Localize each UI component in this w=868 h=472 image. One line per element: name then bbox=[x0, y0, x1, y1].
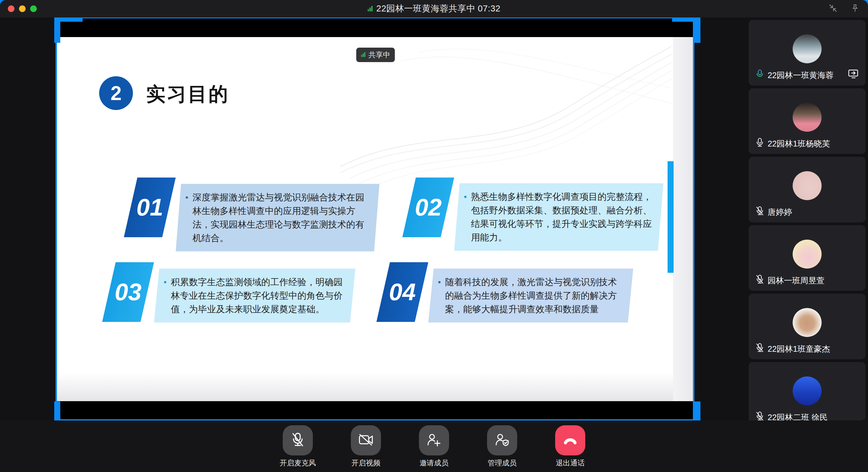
invite-member-button[interactable]: 邀请成员 bbox=[413, 425, 455, 468]
minimize-window-button[interactable] bbox=[19, 5, 26, 12]
signal-bars-icon bbox=[361, 51, 366, 59]
mic-muted-icon bbox=[755, 206, 764, 218]
invite-member-icon bbox=[427, 433, 441, 448]
slide-scrollbar-thumb[interactable] bbox=[668, 161, 674, 273]
mic-off-icon bbox=[291, 432, 305, 449]
shared-screen-region: 2 实习目的 01 • 深度掌握激光雷达与视觉识别融合技术在园林生物多样性调查中… bbox=[56, 18, 694, 420]
participants-sidebar: 22园林一班黄海蓉 22园林1班杨晓芙 唐婷婷 园林一班周昱萱 22园林1班童豪… bbox=[749, 18, 866, 420]
participant-name: 22园林1班杨晓芙 bbox=[768, 138, 830, 149]
participant-tile[interactable]: 22园林二班 徐民 bbox=[749, 362, 866, 420]
presentation-slide: 2 实习目的 01 • 深度掌握激光雷达与视觉识别融合技术在园林生物多样性调查中… bbox=[57, 37, 693, 401]
toolbar-button-label: 管理成员 bbox=[488, 458, 517, 468]
toolbar-button-label: 退出通话 bbox=[556, 458, 585, 468]
mic-muted-icon bbox=[755, 343, 764, 355]
participant-name: 园林一班周昱萱 bbox=[768, 275, 825, 286]
participant-tile[interactable]: 22园林一班黄海蓉 bbox=[749, 20, 866, 86]
mic-active-icon bbox=[755, 69, 764, 82]
participant-tile[interactable]: 唐婷婷 bbox=[749, 157, 866, 222]
sharing-badge-label: 共享中 bbox=[369, 50, 390, 60]
share-corner-handle-top-left bbox=[54, 18, 83, 43]
slide-item-text: 熟悉生物多样性数字化调查项目的完整流程，包括野外数据采集、数据预处理、融合分析、… bbox=[471, 190, 654, 244]
avatar bbox=[793, 376, 822, 405]
mic-on-icon bbox=[755, 137, 764, 150]
slide-scrollbar-track bbox=[673, 37, 693, 401]
hang-up-button[interactable]: 退出通话 bbox=[549, 425, 591, 468]
mic-muted-icon bbox=[755, 411, 764, 420]
participant-tile[interactable]: 22园林1班杨晓芙 bbox=[749, 88, 866, 154]
titlebar: 22园林一班黄海蓉共享中 07:32 bbox=[0, 0, 868, 18]
slide-item-text: 深度掌握激光雷达与视觉识别融合技术在园林生物多样性调查中的应用逻辑与实操方法，实… bbox=[193, 190, 370, 245]
avatar bbox=[793, 240, 822, 269]
slide-title: 实习目的 bbox=[146, 81, 229, 107]
camera-off-button[interactable]: 开启视频 bbox=[345, 425, 387, 468]
call-toolbar: 开启麦克风 开启视频 邀请成员 管理成员 退出通话 bbox=[0, 420, 868, 472]
mic-off-button[interactable]: 开启麦克风 bbox=[277, 425, 319, 468]
slide-item-text-box: • 深度掌握激光雷达与视觉识别融合技术在园林生物多样性调查中的应用逻辑与实操方法… bbox=[176, 184, 379, 251]
avatar bbox=[793, 103, 822, 132]
slide-item-text: 随着科技的发展，激光雷达与视觉识别技术的融合为生物多样性调查提供了新的解决方案，… bbox=[445, 275, 624, 316]
camera-off-icon bbox=[358, 433, 374, 448]
mic-muted-icon bbox=[755, 274, 764, 287]
section-number-badge: 2 bbox=[99, 76, 133, 110]
meeting-window: 22园林一班黄海蓉共享中 07:32 bbox=[0, 0, 868, 472]
manage-member-button[interactable]: 管理成员 bbox=[481, 425, 523, 468]
main-content-area: 2 实习目的 01 • 深度掌握激光雷达与视觉识别融合技术在园林生物多样性调查中… bbox=[0, 18, 868, 420]
bullet-dot: • bbox=[438, 275, 441, 316]
pin-icon[interactable] bbox=[850, 3, 860, 14]
slide-bottom-shadow bbox=[57, 373, 673, 401]
slide-item-text: 积累数字生态监测领域的工作经验，明确园林专业在生态保护数字化转型中的角色与价值，… bbox=[171, 275, 346, 316]
slide-item-number: 01 bbox=[124, 178, 176, 237]
avatar bbox=[793, 171, 822, 200]
slide-item-text-box: • 随着科技的发展，激光雷达与视觉识别技术的融合为生物多样性调查提供了新的解决方… bbox=[428, 269, 633, 322]
participant-tile[interactable]: 22园林1班童豪杰 bbox=[749, 293, 866, 359]
collapse-icon[interactable] bbox=[828, 3, 838, 14]
participant-name: 唐婷婷 bbox=[768, 207, 792, 218]
slide-item-text-box: • 积累数字生态监测领域的工作经验，明确园林专业在生态保护数字化转型中的角色与价… bbox=[154, 269, 355, 322]
toolbar-button-label: 邀请成员 bbox=[420, 458, 448, 468]
participant-tile[interactable]: 园林一班周昱萱 bbox=[749, 225, 866, 291]
sharing-status-badge: 共享中 bbox=[356, 48, 395, 62]
participant-name: 22园林1班童豪杰 bbox=[768, 344, 830, 354]
bullet-dot: • bbox=[185, 190, 188, 245]
slide-item-number: 04 bbox=[376, 262, 428, 322]
participant-name: 22园林一班黄海蓉 bbox=[768, 70, 834, 81]
hang-up-icon bbox=[562, 433, 578, 448]
fullscreen-window-button[interactable] bbox=[30, 5, 37, 12]
avatar bbox=[793, 308, 822, 337]
participant-name: 22园林二班 徐民 bbox=[768, 412, 828, 421]
avatar bbox=[793, 34, 822, 63]
bullet-dot: • bbox=[164, 275, 167, 316]
screen-share-icon bbox=[848, 69, 859, 80]
manage-member-icon bbox=[495, 433, 510, 448]
window-title: 22园林一班黄海蓉共享中 07:32 bbox=[376, 3, 501, 15]
signal-bars-icon bbox=[368, 4, 373, 14]
share-corner-handle-bottom-left bbox=[54, 402, 83, 420]
traffic-lights bbox=[8, 0, 37, 18]
toolbar-button-label: 开启麦克风 bbox=[280, 458, 316, 468]
bullet-dot: • bbox=[464, 190, 467, 244]
slide-item-text-box: • 熟悉生物多样性数字化调查项目的完整流程，包括野外数据采集、数据预处理、融合分… bbox=[454, 183, 663, 251]
share-corner-handle-bottom-right bbox=[672, 402, 701, 420]
slide-item-number: 03 bbox=[102, 262, 154, 322]
close-window-button[interactable] bbox=[8, 5, 14, 12]
toolbar-button-label: 开启视频 bbox=[351, 458, 380, 468]
window-title-group: 22园林一班黄海蓉共享中 07:32 bbox=[368, 3, 501, 15]
share-corner-handle-top-right bbox=[672, 18, 701, 43]
